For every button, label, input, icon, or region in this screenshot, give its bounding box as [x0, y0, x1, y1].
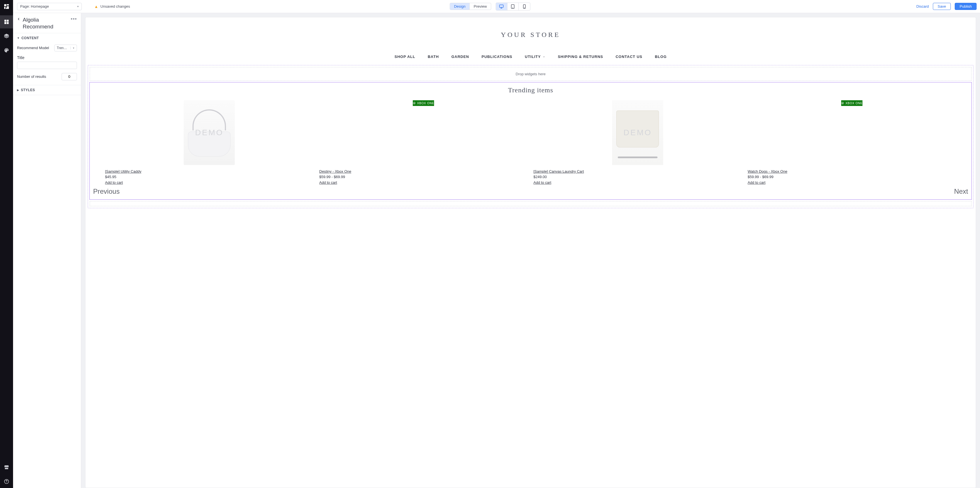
nav-shop-all[interactable]: SHOP ALL	[395, 54, 415, 59]
product-price: $59.99 - $69.99	[320, 175, 528, 179]
product-price: $249.00	[533, 175, 742, 179]
field-num-results: Number of results	[17, 73, 77, 80]
product-card: XBOX ONE T Destiny - Xbox One $59.99 - $…	[320, 100, 528, 185]
product-meta: Destiny - Xbox One $59.99 - $69.99 Add t…	[320, 165, 528, 185]
product-price: $45.95	[105, 175, 314, 179]
product-image[interactable]: DEMO	[612, 100, 663, 165]
layout-region: Drop widgets here Trending items DEMO [S…	[88, 65, 974, 208]
product-meta: [Sample] Utility Caddy $45.95 Add to car…	[105, 165, 314, 185]
panel-back-button[interactable]	[17, 18, 21, 21]
field-title: Title	[17, 56, 77, 69]
recommend-model-label: Recommend Model	[17, 46, 49, 50]
chevron-down-icon	[542, 56, 546, 58]
section-content-body: Recommend Model Trendi... ▾ Title Number…	[13, 43, 81, 85]
pager-next[interactable]: Next	[954, 188, 968, 195]
topbar-right: Discard Save Publish	[916, 3, 977, 10]
nav-utility[interactable]: UTILITY	[525, 54, 546, 59]
nav-contact-us[interactable]: CONTACT US	[616, 54, 642, 59]
product-image[interactable]: DEMO	[184, 100, 235, 165]
unsaved-indicator: ▲ Unsaved changes	[94, 4, 130, 9]
pager-prev[interactable]: Previous	[93, 188, 119, 195]
drop-zone-top[interactable]: Drop widgets here	[90, 67, 972, 81]
section-styles-label: STYLES	[21, 88, 35, 92]
product-name-link[interactable]: Watch Dogs - Xbox One	[748, 169, 788, 174]
palette-icon	[4, 48, 10, 53]
panel-more-button[interactable]: •••	[71, 16, 77, 22]
add-to-cart-link[interactable]: Add to cart	[533, 180, 551, 185]
publish-button[interactable]: Publish	[955, 3, 977, 10]
rail-widgets[interactable]	[0, 15, 13, 29]
add-to-cart-link[interactable]: Add to cart	[105, 180, 123, 185]
product-meta: Watch Dogs - Xbox One $59.99 - $69.99 Ad…	[748, 165, 956, 185]
svg-rect-0	[500, 5, 504, 7]
widgets-icon	[4, 19, 10, 25]
nav-bath[interactable]: BATH	[428, 54, 439, 59]
rail-theme[interactable]	[0, 44, 13, 57]
topbar-left: Page: Homepage ▾ ▲ Unsaved changes	[0, 0, 130, 13]
topbar: Page: Homepage ▾ ▲ Unsaved changes Desig…	[0, 0, 980, 13]
layers-icon	[4, 33, 10, 39]
device-tablet[interactable]	[508, 3, 519, 10]
nav-blog[interactable]: BLOG	[655, 54, 667, 59]
canvas: YOUR STORE SHOP ALL BATH GARDEN PUBLICAT…	[85, 17, 976, 488]
nav-garden[interactable]: GARDEN	[452, 54, 469, 59]
num-results-label: Number of results	[17, 75, 46, 79]
widget-algolia-recommend[interactable]: Trending items DEMO [Sample] Utility Cad…	[89, 82, 972, 200]
topbar-center: Design Preview	[450, 3, 530, 11]
title-input[interactable]	[17, 62, 77, 69]
save-button[interactable]: Save	[933, 3, 951, 10]
section-content-label: CONTENT	[21, 36, 39, 40]
title-label: Title	[17, 56, 77, 60]
settings-panel: Algolia Recommend ••• ▼ CONTENT Recommen…	[13, 13, 81, 488]
store-nav: SHOP ALL BATH GARDEN PUBLICATIONS UTILIT…	[86, 54, 976, 65]
product-meta: [Sample] Canvas Laundry Cart $249.00 Add…	[533, 165, 742, 185]
xbox-band: XBOX ONE	[413, 100, 434, 106]
product-card: XBOX ONE M Watch Dogs - Xbox One $59.99 …	[748, 100, 956, 185]
nav-publications[interactable]: PUBLICATIONS	[482, 54, 512, 59]
product-name-link[interactable]: Destiny - Xbox One	[320, 169, 352, 174]
unsaved-label: Unsaved changes	[100, 4, 130, 8]
nav-utility-label: UTILITY	[525, 54, 541, 59]
brand-logo[interactable]	[0, 0, 13, 13]
product-name-link[interactable]: [Sample] Utility Caddy	[105, 169, 142, 174]
help-icon	[4, 478, 10, 484]
section-styles-header[interactable]: ▶ STYLES	[13, 85, 81, 95]
panel-title: Algolia Recommend	[23, 16, 68, 30]
main: Algolia Recommend ••• ▼ CONTENT Recommen…	[0, 13, 980, 488]
recommend-model-value: Trendi...	[54, 46, 70, 50]
add-to-cart-link[interactable]: Add to cart	[320, 180, 337, 185]
device-mobile[interactable]	[519, 3, 530, 10]
left-rail	[0, 13, 13, 488]
field-recommend-model: Recommend Model Trendi... ▾	[17, 45, 77, 51]
product-image[interactable]: XBOX ONE T	[398, 100, 449, 165]
warning-icon: ▲	[94, 4, 98, 9]
store-title: YOUR STORE	[86, 18, 976, 54]
section-content-header[interactable]: ▼ CONTENT	[13, 33, 81, 43]
caret-down-icon: ▾	[70, 46, 76, 49]
rail-storefront[interactable]	[0, 461, 13, 474]
device-desktop[interactable]	[496, 3, 508, 10]
desktop-icon	[499, 4, 504, 9]
discard-button[interactable]: Discard	[916, 4, 929, 8]
canvas-wrap[interactable]: YOUR STORE SHOP ALL BATH GARDEN PUBLICAT…	[81, 13, 980, 488]
num-results-input[interactable]	[62, 73, 77, 80]
device-toggle	[496, 3, 530, 11]
nav-shipping-returns[interactable]: SHIPPING & RETURNS	[558, 54, 603, 59]
product-name-link[interactable]: [Sample] Canvas Laundry Cart	[533, 169, 584, 174]
rail-layers[interactable]	[0, 30, 13, 43]
page-selector[interactable]: Page: Homepage ▾	[17, 3, 82, 10]
add-to-cart-link[interactable]: Add to cart	[748, 180, 766, 185]
product-image[interactable]: XBOX ONE M	[826, 100, 878, 165]
rail-help[interactable]	[0, 475, 13, 488]
drop-zone-bottom[interactable]	[90, 201, 972, 206]
mobile-icon	[522, 4, 527, 9]
product-grid: DEMO [Sample] Utility Caddy $45.95 Add t…	[91, 100, 970, 185]
chevron-left-icon	[17, 18, 21, 21]
mode-design[interactable]: Design	[450, 3, 469, 10]
triangle-right-icon: ▶	[17, 89, 19, 91]
recommend-model-select[interactable]: Trendi... ▾	[54, 45, 77, 51]
mode-preview[interactable]: Preview	[470, 3, 491, 10]
triangle-down-icon: ▼	[17, 37, 19, 40]
product-card: DEMO [Sample] Canvas Laundry Cart $249.0…	[533, 100, 742, 185]
product-price: $59.99 - $69.99	[748, 175, 956, 179]
